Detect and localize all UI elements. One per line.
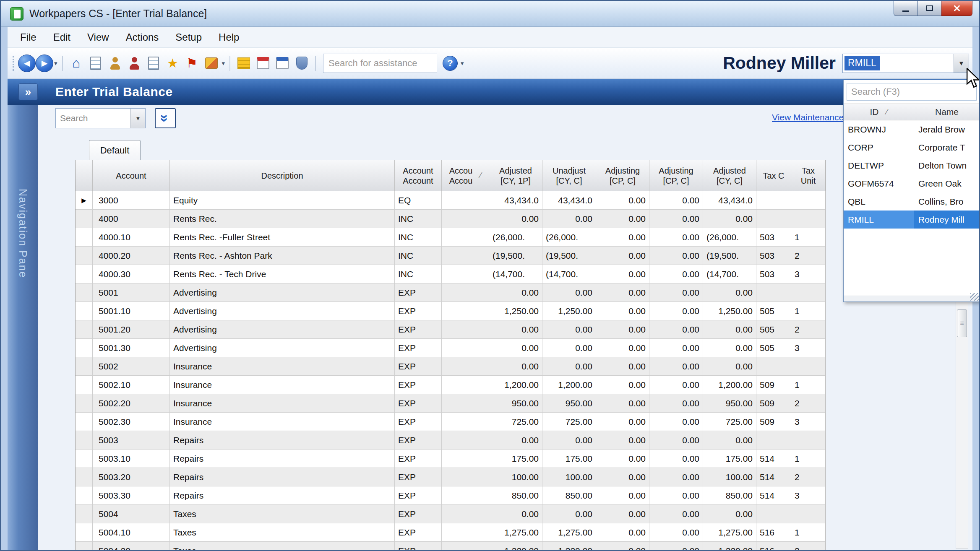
report-button[interactable] [145, 55, 162, 72]
grid-cell[interactable]: Insurance [170, 394, 395, 413]
highlight-button[interactable] [203, 55, 220, 72]
grid-cell[interactable]: 5003 [93, 431, 170, 450]
grid-cell[interactable]: (14,700. [703, 265, 756, 283]
grid-cell[interactable]: 5003.30 [93, 486, 170, 505]
help-button[interactable]: ? [442, 55, 459, 72]
grid-cell[interactable]: 1,320.00 [703, 542, 756, 551]
grid-cell[interactable]: 5001 [93, 283, 170, 302]
grid-cell[interactable]: 0.00 [649, 450, 703, 468]
calendar-button[interactable] [274, 55, 291, 72]
grid-cell[interactable]: 725.00 [489, 413, 542, 431]
table-row[interactable]: 4000.30Rents Rec. - Tech DriveINC(14,700… [76, 265, 826, 283]
grid-cell[interactable]: Repairs [170, 468, 395, 486]
column-header-tax-code[interactable]: Tax C [756, 160, 791, 191]
highlight-dropdown-icon[interactable]: ▾ [222, 60, 225, 67]
grid-cell[interactable]: 175.00 [542, 450, 596, 468]
grid-cell[interactable]: (14,700. [489, 265, 542, 283]
grid-cell[interactable] [442, 265, 489, 283]
grid-cell[interactable]: 0.00 [596, 523, 649, 542]
grid-cell[interactable]: 0.00 [703, 320, 756, 339]
row-selector[interactable] [76, 339, 93, 357]
grid-cell[interactable]: 0.00 [542, 357, 596, 376]
grid-cell[interactable]: 514 [756, 486, 791, 505]
grid-cell[interactable]: 0.00 [649, 283, 703, 302]
grid-cell[interactable]: 505 [756, 320, 791, 339]
grid-cell[interactable]: (19,500. [703, 247, 756, 265]
grid-cell[interactable]: 2 [791, 542, 826, 551]
grid-cell[interactable] [442, 486, 489, 505]
grid-cell[interactable]: 1 [791, 228, 826, 247]
grid-cell[interactable]: 0.00 [489, 283, 542, 302]
grid-cell[interactable]: 4000.20 [93, 247, 170, 265]
grid-cell[interactable]: 3 [791, 486, 826, 505]
grid-cell[interactable] [442, 357, 489, 376]
grid-cell[interactable] [442, 210, 489, 228]
grid-cell[interactable]: 5001.10 [93, 302, 170, 320]
grid-cell[interactable]: 725.00 [703, 413, 756, 431]
grid-cell[interactable]: Rents Rec. -Fuller Street [170, 228, 395, 247]
row-selector[interactable] [76, 413, 93, 431]
grid-cell[interactable]: 0.00 [596, 357, 649, 376]
favorites-button[interactable]: ★ [164, 55, 181, 72]
grid-cell[interactable]: 4000 [93, 210, 170, 228]
grid-cell[interactable]: 0.00 [596, 302, 649, 320]
grid-cell[interactable]: EXP [395, 450, 442, 468]
tab-default[interactable]: Default [89, 140, 141, 160]
notes-button[interactable] [235, 55, 252, 72]
table-row[interactable]: 5004TaxesEXP0.000.000.000.000.00 [76, 505, 826, 523]
table-row[interactable]: 5003.10RepairsEXP175.00175.000.000.00175… [76, 450, 826, 468]
grid-cell[interactable]: 0.00 [649, 210, 703, 228]
minimize-button[interactable] [894, 1, 918, 16]
table-row[interactable]: 5002InsuranceEXP0.000.000.000.000.00 [76, 357, 826, 376]
grid-cell[interactable] [791, 283, 826, 302]
column-header-adjusted-cy1p[interactable]: Adjusted[CY, 1P] [489, 160, 542, 191]
grid-cell[interactable]: 0.00 [489, 505, 542, 523]
grid-cell[interactable]: (19,500. [542, 247, 596, 265]
grid-cell[interactable] [442, 450, 489, 468]
grid-cell[interactable]: Advertising [170, 339, 395, 357]
toolbar-grip[interactable] [13, 56, 15, 71]
grid-cell[interactable] [442, 320, 489, 339]
grid-cell[interactable]: INC [395, 210, 442, 228]
row-selector[interactable] [76, 247, 93, 265]
grid-cell[interactable]: 0.00 [596, 431, 649, 450]
menu-item-help[interactable]: Help [210, 27, 248, 47]
table-row[interactable]: 5002.20InsuranceEXP950.00950.000.000.009… [76, 394, 826, 413]
grid-search-input[interactable] [56, 109, 130, 128]
grid-cell[interactable]: 1,250.00 [542, 302, 596, 320]
grid-cell[interactable]: EXP [395, 542, 442, 551]
column-header-description[interactable]: Description [170, 160, 395, 191]
table-row[interactable]: 5003.30RepairsEXP850.00850.000.000.00850… [76, 486, 826, 505]
grid-cell[interactable]: 0.00 [703, 339, 756, 357]
grid-cell[interactable]: 0.00 [649, 191, 703, 210]
client-combo-dropdown-button[interactable]: ▼ [954, 54, 969, 73]
grid-cell[interactable]: 950.00 [542, 394, 596, 413]
grid-cell[interactable]: 3 [791, 413, 826, 431]
row-selector[interactable] [76, 542, 93, 551]
grid-cell[interactable]: 0.00 [649, 486, 703, 505]
grid-cell[interactable]: 3000 [93, 191, 170, 210]
grid-cell[interactable]: INC [395, 228, 442, 247]
grid-cell[interactable]: 514 [756, 450, 791, 468]
grid-cell[interactable]: 0.00 [596, 505, 649, 523]
grid-cell[interactable] [791, 357, 826, 376]
grid-cell[interactable]: EXP [395, 468, 442, 486]
grid-cell[interactable]: Taxes [170, 523, 395, 542]
grid-cell[interactable]: 516 [756, 523, 791, 542]
grid-cell[interactable] [756, 191, 791, 210]
grid-cell[interactable]: 0.00 [703, 357, 756, 376]
grid-cell[interactable]: Rents Rec. - Ashton Park [170, 247, 395, 265]
flag-button[interactable]: ⚑ [184, 55, 201, 72]
grid-search-dropdown-button[interactable]: ▼ [130, 109, 145, 128]
expand-options-button[interactable]: » [155, 108, 176, 128]
grid-cell[interactable]: 509 [756, 376, 791, 394]
grid-cell[interactable]: 0.00 [542, 210, 596, 228]
client-list-item[interactable]: RMILLRodney Mill [844, 211, 980, 229]
row-selector[interactable] [76, 283, 93, 302]
grid-cell[interactable]: 0.00 [649, 320, 703, 339]
grid-cell[interactable] [756, 505, 791, 523]
grid-cell[interactable]: 0.00 [542, 505, 596, 523]
grid-cell[interactable]: EXP [395, 394, 442, 413]
grid-cell[interactable]: 5004.20 [93, 542, 170, 551]
grid-cell[interactable]: 950.00 [489, 394, 542, 413]
